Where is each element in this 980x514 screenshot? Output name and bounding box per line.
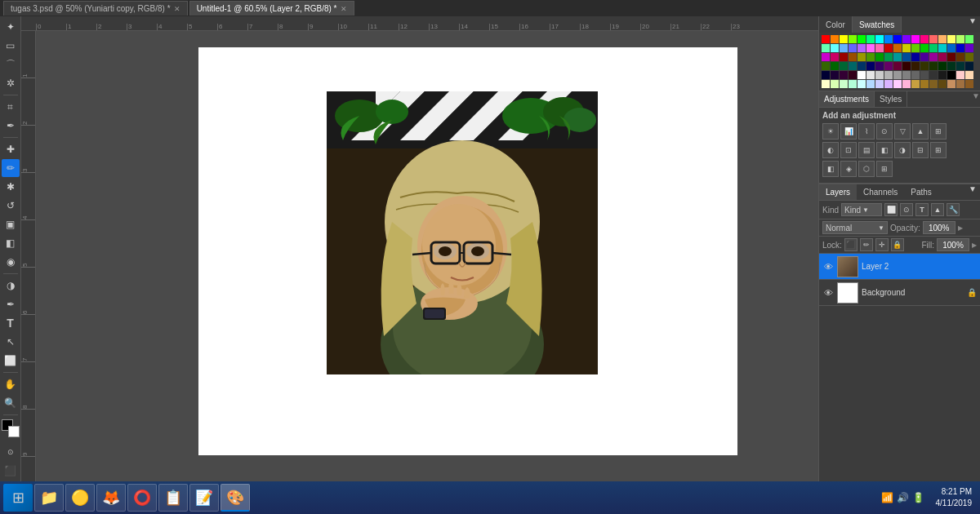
brush-tool[interactable]: ✏	[2, 159, 20, 177]
type-tool[interactable]: T	[2, 314, 20, 332]
color-swatch[interactable]	[902, 80, 911, 88]
color-swatch[interactable]	[822, 35, 830, 43]
color-swatch[interactable]	[911, 71, 920, 79]
color-swatch[interactable]	[956, 53, 964, 61]
bw-icon[interactable]: ◐	[822, 142, 839, 158]
levels-icon[interactable]: 📊	[840, 123, 857, 140]
color-swatch[interactable]	[929, 53, 938, 61]
color-swatch[interactable]	[875, 44, 884, 52]
tab-color[interactable]: Color	[819, 16, 853, 33]
color-swatch[interactable]	[858, 71, 866, 79]
color-swatch[interactable]	[893, 53, 902, 61]
color-swatch[interactable]	[893, 71, 902, 79]
filter-adjust-icon[interactable]: ⊙	[900, 203, 913, 216]
color-swatch[interactable]	[947, 62, 956, 70]
color-swatch[interactable]	[929, 44, 938, 52]
tab-paths[interactable]: Paths	[904, 184, 938, 200]
color-swatch[interactable]	[840, 44, 848, 52]
zoom-tool[interactable]: 🔍	[2, 394, 20, 412]
color-swatch[interactable]	[884, 62, 893, 70]
tab-swatches[interactable]: Swatches	[853, 16, 902, 33]
eyedropper-tool[interactable]: ✒	[2, 117, 20, 135]
dodge-tool[interactable]: ◑	[2, 277, 20, 295]
color-swatch[interactable]	[822, 53, 830, 61]
color-swatch[interactable]	[849, 71, 857, 79]
filter-shape-icon[interactable]: ▲	[931, 203, 944, 216]
color-swatch[interactable]	[875, 71, 884, 79]
color-swatch[interactable]	[911, 53, 920, 61]
color-swatch[interactable]	[866, 71, 875, 79]
crop-tool[interactable]: ⌗	[2, 98, 20, 116]
color-swatch[interactable]	[884, 35, 893, 43]
tab-untitled1[interactable]: Untitled-1 @ 60.5% (Layer 2, RGB/8) * ✕	[189, 1, 354, 16]
hand-tool[interactable]: ✋	[2, 375, 20, 393]
color-swatch[interactable]	[911, 44, 920, 52]
color-swatch[interactable]	[849, 62, 857, 70]
pen-tool[interactable]: ✒	[2, 295, 20, 313]
opacity-arrow[interactable]: ▶	[958, 224, 963, 232]
lock-position-btn[interactable]: ✛	[875, 238, 889, 251]
color-swatch[interactable]	[858, 44, 866, 52]
fg-bg-colors[interactable]	[2, 419, 20, 437]
color-swatch[interactable]	[965, 62, 973, 70]
color-swatch[interactable]	[956, 44, 964, 52]
shape-tool[interactable]: ⬜	[2, 352, 20, 370]
color-swatch[interactable]	[947, 35, 956, 43]
gradient-map-icon[interactable]: ◧	[822, 161, 839, 177]
color-swatch[interactable]	[965, 44, 973, 52]
color-swatch[interactable]	[866, 53, 875, 61]
adj-expand-btn[interactable]: ▼	[972, 91, 980, 107]
color-swatch[interactable]	[875, 80, 884, 88]
color-swatch[interactable]	[822, 71, 830, 79]
color-swatch[interactable]	[956, 80, 964, 88]
blur-tool[interactable]: ◉	[2, 253, 20, 271]
color-swatch[interactable]	[911, 62, 920, 70]
channel-mixer-icon[interactable]: ▤	[858, 142, 875, 158]
color-swatch[interactable]	[911, 35, 920, 43]
lock-image-btn[interactable]: ✏	[860, 238, 873, 251]
pattern-icon[interactable]: ⊞	[876, 161, 893, 177]
taskbar-photoshop[interactable]: 🎨	[220, 484, 250, 512]
photo-filter-icon[interactable]: ⊡	[840, 142, 857, 158]
color-swatch[interactable]	[893, 80, 902, 88]
lock-transparent-btn[interactable]: ⬛	[844, 238, 858, 251]
color-swatch[interactable]	[840, 53, 848, 61]
taskbar-word[interactable]: 📝	[189, 484, 219, 512]
color-swatch[interactable]	[920, 53, 929, 61]
selective-color-icon[interactable]: ◈	[840, 161, 857, 177]
color-swatch[interactable]	[831, 53, 839, 61]
color-swatch[interactable]	[929, 80, 938, 88]
color-swatch[interactable]	[840, 80, 848, 88]
colorbalance-icon[interactable]: ⊞	[930, 123, 947, 140]
lock-all-btn[interactable]: 🔒	[891, 238, 904, 251]
color-swatch[interactable]	[884, 44, 893, 52]
fill-arrow[interactable]: ▶	[972, 241, 977, 249]
tab-close-icon[interactable]: ✕	[174, 5, 180, 13]
hsl-icon[interactable]: ▲	[912, 123, 929, 140]
tab-tugas3[interactable]: tugas 3.psd @ 50% (Yuniarti copy, RGB/8)…	[3, 1, 188, 16]
color-swatch[interactable]	[822, 44, 830, 52]
background-color[interactable]	[8, 426, 20, 437]
tab-close-icon-active[interactable]: ✕	[341, 5, 347, 13]
color-swatch[interactable]	[902, 71, 911, 79]
layers-panel-arrow[interactable]: ▼	[965, 184, 980, 200]
healing-tool[interactable]: ✚	[2, 140, 20, 158]
color-swatch[interactable]	[858, 35, 866, 43]
color-swatch[interactable]	[938, 62, 947, 70]
layer-item-layer2[interactable]: 👁 Layer 2	[819, 254, 980, 280]
color-swatch[interactable]	[875, 53, 884, 61]
brightness-icon[interactable]: ☀	[822, 123, 839, 140]
color-swatch[interactable]	[938, 71, 947, 79]
color-swatch[interactable]	[947, 80, 956, 88]
tray-battery-icon[interactable]: 🔋	[912, 492, 924, 503]
color-swatch[interactable]	[938, 53, 947, 61]
color-swatch[interactable]	[840, 35, 848, 43]
kind-dropdown[interactable]: Kind▼	[841, 203, 882, 216]
color-swatch[interactable]	[956, 35, 964, 43]
curves-icon[interactable]: ⌇	[858, 123, 875, 140]
layer2-visibility[interactable]: 👁	[822, 261, 834, 273]
color-swatch[interactable]	[965, 53, 973, 61]
magic-wand-tool[interactable]: ✲	[2, 74, 20, 92]
color-swatch[interactable]	[822, 80, 830, 88]
exposure-icon[interactable]: ⊙	[876, 123, 893, 140]
